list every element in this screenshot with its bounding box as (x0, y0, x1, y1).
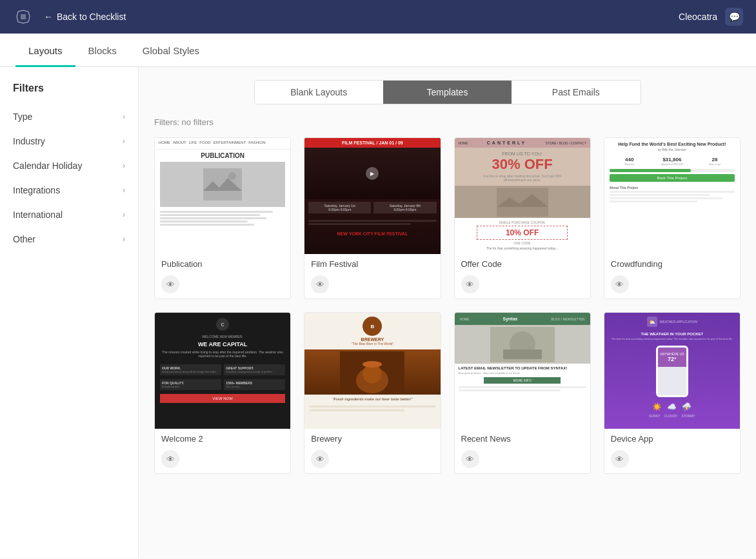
top-bar-left: ← Back to Checklist (13, 6, 126, 27)
chevron-right-icon: › (123, 161, 125, 170)
sidebar-item-industry[interactable]: Industry › (0, 129, 138, 153)
sidebar-item-other-label: Other (13, 234, 35, 244)
template-card-crowd[interactable]: Help Fund the World's Best Exciting New … (604, 137, 741, 299)
template-thumb-device: ⛅ WEATHER APPLICATION THE WEATHER IN YOU… (604, 313, 740, 429)
template-label-capital: Welcome 2 (155, 429, 290, 446)
app-logo (13, 6, 34, 27)
blank-layouts-button[interactable]: Blank Layouts (255, 81, 383, 104)
brew-image (304, 349, 440, 395)
preview-button-crowd[interactable]: 👁 (611, 275, 629, 293)
svg-rect-9 (503, 349, 542, 359)
dev-weather-icons: ☀️ ☁️ ⛈️ (650, 400, 694, 414)
template-card-publication[interactable]: HOMEABOUTLIFEFOODENTERTAINMENTFASHION PU… (154, 137, 291, 299)
sunny-icon: ☀️ (652, 402, 662, 411)
template-preview-row-brewery: 👁 (304, 446, 440, 473)
back-link-label: Back to Checklist (57, 12, 126, 22)
tab-bar: Layouts Blocks Global Styles (0, 34, 756, 67)
preview-button-device[interactable]: 👁 (611, 450, 629, 468)
film-image: ▶ (304, 148, 440, 199)
chevron-right-icon: › (123, 112, 125, 121)
template-thumb-offer: HOME CANTERLY STORE / BLOG / CONTACT FRO… (455, 138, 590, 254)
cap-col-2: GREAT SUPPORT. Excellent management resu… (224, 364, 285, 375)
cap-two-col: OUR WORK. Great experience doing all the… (155, 362, 290, 378)
template-grid: HOMEABOUTLIFEFOODENTERTAINMENTFASHION PU… (154, 137, 741, 474)
template-card-brewery[interactable]: B BREWERY "The Best Beer In The World" "… (304, 312, 441, 474)
tab-layouts[interactable]: Layouts (15, 34, 75, 67)
top-bar-right: Cleocatra 💬 (679, 8, 743, 26)
sidebar-item-other[interactable]: Other › (0, 227, 138, 251)
layout-type-toggle: Blank Layouts Templates Past Emails (254, 80, 641, 104)
preview-button-film[interactable]: 👁 (311, 275, 329, 293)
sidebar-item-integrations[interactable]: Integrations › (0, 178, 138, 202)
tab-global-styles[interactable]: Global Styles (130, 34, 212, 67)
sidebar-item-integrations-label: Integrations (13, 185, 60, 195)
template-preview-row-news: 👁 (455, 446, 590, 473)
user-name: Cleocatra (679, 12, 717, 22)
sidebar-item-international[interactable]: International › (0, 202, 138, 227)
template-thumb-capital: C WELCOME NEW MEMBER. WE ARE CAPITAL The… (155, 313, 290, 429)
chat-icon-button[interactable]: 💬 (725, 8, 743, 26)
news-header: HOME Syntax BLOG / NEWSLETTER (455, 313, 590, 325)
sidebar: Filters Type › Industry › Calendar Holid… (0, 67, 139, 558)
cloudy-icon: ☁️ (667, 402, 677, 411)
film-header: FILM FESTIVAL / JAN 01 / 09 (304, 138, 440, 148)
pub-text-area (155, 207, 290, 230)
preview-button-publication[interactable]: 👁 (161, 275, 179, 293)
template-preview-row-publication: 👁 (155, 271, 290, 299)
back-to-checklist-link[interactable]: ← Back to Checklist (44, 12, 126, 22)
news-image (455, 325, 590, 364)
dev-title: THE WEATHER IN YOUR POCKET (635, 328, 708, 337)
preview-button-capital[interactable]: 👁 (161, 450, 179, 468)
film-play-button: ▶ (366, 167, 379, 180)
film-dates: Saturday, January 1st 6:00pm-9:00pm Satu… (304, 199, 440, 216)
template-preview-row-offer: 👁 (455, 271, 590, 299)
template-label-crowd: Crowdfunding (604, 254, 740, 271)
template-preview-row-film: 👁 (304, 271, 440, 299)
svg-point-1 (228, 172, 236, 180)
news-body: LATEST EMAIL NEWSLETTER TO UPDATE FROM S… (455, 364, 590, 395)
sidebar-item-calendar[interactable]: Calendar Holiday › (0, 153, 138, 178)
sidebar-item-industry-label: Industry (13, 136, 45, 146)
template-thumb-news: HOME Syntax BLOG / NEWSLETTER LA (455, 313, 590, 429)
pub-title-text: PUBLICATION (155, 150, 290, 162)
cap-subtext: The mission created while trying to stop… (155, 349, 290, 362)
templates-button[interactable]: Templates (383, 81, 512, 104)
template-thumb-film: FILM FESTIVAL / JAN 01 / 09 ▶ Saturday, … (304, 138, 440, 254)
brew-logo: B BREWERY "The Best Beer In The World" (304, 313, 440, 349)
preview-button-news[interactable]: 👁 (461, 450, 479, 468)
template-label-film: Film Festival (304, 254, 440, 271)
template-label-news: Recent News (455, 429, 590, 446)
chevron-right-icon: › (123, 210, 125, 219)
chat-icon: 💬 (729, 12, 740, 22)
filters-heading: Filters (0, 83, 138, 104)
template-card-device[interactable]: ⛅ WEATHER APPLICATION THE WEATHER IN YOU… (604, 312, 741, 474)
sidebar-item-type[interactable]: Type › (0, 104, 138, 129)
preview-button-brewery[interactable]: 👁 (311, 450, 329, 468)
cap-headline: WE ARE CAPITAL (155, 340, 290, 349)
template-thumb-publication: HOMEABOUTLIFEFOODENTERTAINMENTFASHION PU… (155, 138, 290, 254)
template-preview-row-crowd: 👁 (604, 271, 740, 299)
pub-nav: HOMEABOUTLIFEFOODENTERTAINMENTFASHION (155, 138, 290, 150)
film-date-1: Saturday, January 1st 6:00pm-9:00pm (308, 202, 371, 213)
back-arrow-icon: ← (44, 12, 53, 22)
pub-image (160, 162, 285, 207)
dev-phone-screen: ANYWHERE US 72° (658, 348, 686, 395)
template-card-offer[interactable]: HOME CANTERLY STORE / BLOG / CONTACT FRO… (454, 137, 591, 299)
template-label-device: Device App (604, 429, 740, 446)
template-card-capital[interactable]: C WELCOME NEW MEMBER. WE ARE CAPITAL The… (154, 312, 291, 474)
template-card-news[interactable]: HOME Syntax BLOG / NEWSLETTER LA (454, 312, 591, 474)
chevron-right-icon: › (123, 186, 125, 195)
past-emails-button[interactable]: Past Emails (512, 81, 640, 104)
tab-blocks[interactable]: Blocks (75, 34, 130, 67)
film-date-2: Saturday, January 8th 6:00pm-9:00pm (373, 202, 436, 213)
content-area: Blank Layouts Templates Past Emails Filt… (139, 67, 756, 558)
chevron-right-icon: › (123, 137, 125, 146)
template-thumb-crowd: Help Fund the World's Best Exciting New … (604, 138, 740, 254)
template-card-film[interactable]: FILM FESTIVAL / JAN 01 / 09 ▶ Saturday, … (304, 137, 441, 299)
preview-button-offer[interactable]: 👁 (461, 275, 479, 293)
main-container: Filters Type › Industry › Calendar Holid… (0, 67, 756, 558)
template-label-brewery: Brewery (304, 429, 440, 446)
active-filters-label: Filters: no filters (154, 117, 741, 127)
dev-sub: The best for that something amazing happ… (606, 337, 738, 343)
sidebar-item-international-label: International (13, 210, 63, 220)
